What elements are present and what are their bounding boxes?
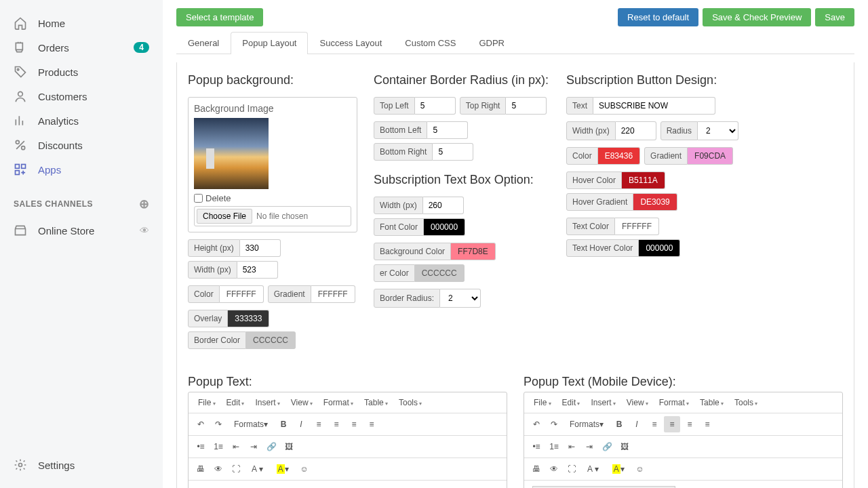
outdent-icon[interactable]: ⇤ — [564, 439, 580, 455]
ol-icon[interactable]: 1≡ — [210, 439, 226, 455]
menu-view[interactable]: View — [623, 395, 652, 410]
btn-radius-select[interactable]: 2 — [698, 121, 738, 140]
italic-icon[interactable]: I — [293, 416, 309, 432]
br-input[interactable] — [433, 143, 473, 161]
tab-custom-css[interactable]: Custom CSS — [393, 32, 467, 54]
nav-home[interactable]: Home — [0, 11, 163, 35]
bl-input[interactable] — [427, 121, 468, 139]
menu-view[interactable]: View — [287, 395, 317, 410]
height-input[interactable] — [240, 239, 281, 257]
tb-width-input[interactable] — [423, 197, 464, 214]
btn-textcolor-swatch[interactable]: FFFFFF — [615, 218, 659, 235]
redo-icon[interactable]: ↷ — [546, 416, 562, 432]
menu-format[interactable]: Format — [319, 395, 357, 410]
undo-icon[interactable]: ↶ — [528, 416, 545, 432]
btn-hovgrad-swatch[interactable]: DE3039 — [633, 193, 677, 211]
bold-icon[interactable]: B — [611, 416, 627, 432]
menu-edit[interactable]: Edit — [558, 395, 585, 410]
ul-icon[interactable]: •≡ — [193, 439, 209, 455]
delete-checkbox[interactable] — [194, 194, 203, 203]
tb-font-swatch[interactable]: 000000 — [424, 218, 465, 236]
formats-dropdown[interactable]: Formats ▾ — [564, 416, 610, 432]
tab-general[interactable]: General — [176, 32, 231, 54]
tl-input[interactable] — [415, 97, 456, 115]
align-justify-icon[interactable]: ≡ — [363, 416, 380, 432]
menu-file[interactable]: File — [194, 395, 220, 410]
tab-gdpr[interactable]: GDPR — [467, 32, 516, 54]
menu-tools[interactable]: Tools — [730, 395, 762, 410]
add-channel-icon[interactable]: ⊕ — [139, 197, 150, 211]
forecolor-icon[interactable]: A ▾ — [581, 461, 605, 477]
select-template-button[interactable]: Select a template — [176, 8, 263, 26]
btn-text-input[interactable] — [593, 97, 715, 115]
color-swatch[interactable]: FFFFFF — [220, 285, 264, 303]
save-button[interactable]: Save — [815, 8, 854, 26]
btn-color-swatch[interactable]: E83436 — [598, 147, 640, 165]
redo-icon[interactable]: ↷ — [210, 416, 226, 432]
undo-icon[interactable]: ↶ — [193, 416, 209, 432]
align-right-icon[interactable]: ≡ — [682, 416, 698, 432]
menu-format[interactable]: Format — [655, 395, 693, 410]
tab-popup-layout[interactable]: Popup Layout — [231, 32, 308, 54]
image-icon[interactable]: 🖼 — [616, 439, 633, 455]
align-center-icon[interactable]: ≡ — [328, 416, 344, 432]
menu-table[interactable]: Table — [360, 395, 392, 410]
italic-icon[interactable]: I — [629, 416, 645, 432]
ol-icon[interactable]: 1≡ — [546, 439, 562, 455]
image-icon[interactable]: 🖼 — [281, 439, 297, 455]
editor-content-m[interactable]: SUBSCRIBE TO OUR NEWSLETTER — [524, 481, 842, 488]
bold-icon[interactable]: B — [275, 416, 292, 432]
tb-radius-select[interactable]: 2 — [440, 289, 481, 308]
backcolor-icon[interactable]: A ▾ — [606, 461, 631, 477]
nav-orders[interactable]: Orders 4 — [0, 35, 163, 60]
nav-apps[interactable]: Apps — [0, 157, 163, 182]
fullscreen-icon[interactable]: ⛶ — [564, 461, 580, 477]
link-icon[interactable]: 🔗 — [263, 439, 279, 455]
nav-online-store[interactable]: Online Store 👁 — [0, 218, 163, 243]
menu-insert[interactable]: Insert — [587, 395, 620, 410]
print-icon[interactable]: 🖶 — [528, 461, 545, 477]
fullscreen-icon[interactable]: ⛶ — [228, 461, 244, 477]
tab-success-layout[interactable]: Success Layout — [308, 32, 393, 54]
reset-button[interactable]: Reset to default — [618, 8, 698, 26]
indent-icon[interactable]: ⇥ — [245, 439, 262, 455]
forecolor-icon[interactable]: A ▾ — [245, 461, 269, 477]
emoji-icon[interactable]: ☺ — [296, 461, 313, 477]
align-right-icon[interactable]: ≡ — [346, 416, 362, 432]
editor-content[interactable]: Email Subscribe Subscribe to our mailing… — [189, 481, 507, 488]
nav-settings[interactable]: Settings — [0, 453, 163, 477]
print-icon[interactable]: 🖶 — [193, 461, 209, 477]
ul-icon[interactable]: •≡ — [528, 439, 545, 455]
menu-table[interactable]: Table — [696, 395, 728, 410]
border-swatch[interactable]: CCCCCC — [246, 331, 296, 349]
menu-insert[interactable]: Insert — [252, 395, 284, 410]
width-input[interactable] — [237, 261, 278, 279]
align-left-icon[interactable]: ≡ — [646, 416, 663, 432]
choose-file-button[interactable]: Choose File — [197, 209, 252, 224]
tb-border-swatch[interactable]: CCCCCC — [415, 264, 465, 282]
link-icon[interactable]: 🔗 — [599, 439, 615, 455]
overlay-swatch[interactable]: 333333 — [228, 310, 269, 327]
preview-icon[interactable]: 👁 — [546, 461, 562, 477]
nav-products[interactable]: Products — [0, 60, 163, 84]
align-left-icon[interactable]: ≡ — [311, 416, 327, 432]
backcolor-icon[interactable]: A ▾ — [271, 461, 295, 477]
menu-file[interactable]: File — [530, 395, 555, 410]
nav-discounts[interactable]: Discounts — [0, 133, 163, 157]
indent-icon[interactable]: ⇥ — [581, 439, 597, 455]
menu-tools[interactable]: Tools — [395, 395, 426, 410]
preview-icon[interactable]: 👁 — [210, 461, 226, 477]
btn-texthover-swatch[interactable]: 000000 — [639, 239, 680, 257]
align-justify-icon[interactable]: ≡ — [699, 416, 715, 432]
nav-customers[interactable]: Customers — [0, 84, 163, 108]
btn-width-input[interactable] — [616, 121, 656, 140]
nav-analytics[interactable]: Analytics — [0, 108, 163, 133]
eye-icon[interactable]: 👁 — [140, 225, 149, 236]
save-preview-button[interactable]: Save & Check Preview — [703, 8, 811, 26]
btn-hover-swatch[interactable]: B5111A — [622, 171, 665, 189]
btn-grad-swatch[interactable]: F09CDA — [688, 147, 733, 165]
gradient-swatch[interactable]: FFFFFF — [311, 285, 355, 303]
formats-dropdown[interactable]: Formats ▾ — [228, 416, 274, 432]
align-center-icon[interactable]: ≡ — [664, 416, 680, 432]
tr-input[interactable] — [506, 97, 547, 115]
